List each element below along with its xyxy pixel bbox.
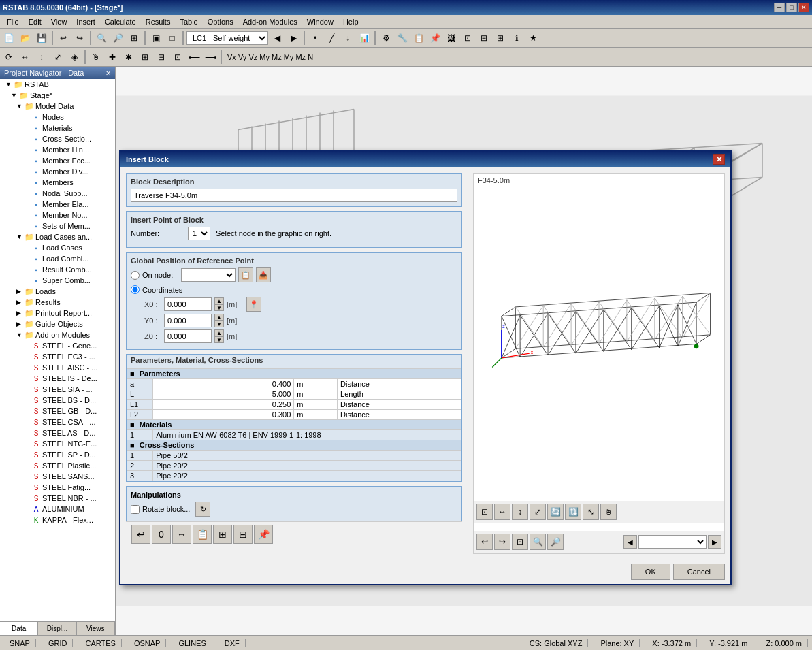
menu-file[interactable]: File xyxy=(3,17,23,27)
tree-setsmembers[interactable]: ▪ Sets of Mem... xyxy=(0,221,115,231)
preview-btn-2[interactable]: ↔ xyxy=(494,504,510,520)
tb-zoom-out[interactable]: 🔎 xyxy=(110,31,125,46)
tree-membernonlin[interactable]: ▪ Member No... xyxy=(0,210,115,221)
param-L1-value[interactable] xyxy=(153,400,294,410)
tree-steel-sans[interactable]: S STEEL SANS... xyxy=(0,471,115,482)
tree-members[interactable]: ▪ Members xyxy=(0,177,115,188)
tree-steel-ntc[interactable]: S STEEL NTC-E... xyxy=(0,438,115,449)
iconbar-btn5[interactable]: ⊞ xyxy=(213,525,232,544)
on-node-btn2[interactable]: 📥 xyxy=(256,267,271,282)
menu-options[interactable]: Options xyxy=(204,17,238,27)
nav-close-btn[interactable]: ✕ xyxy=(105,69,111,77)
y0-spinner[interactable]: ▲ ▼ xyxy=(214,314,224,327)
on-node-radio[interactable] xyxy=(131,271,140,280)
tb2-13[interactable]: ⟶ xyxy=(203,50,218,65)
menu-view[interactable]: View xyxy=(47,17,71,27)
preview-btn-8[interactable]: 🖱 xyxy=(600,504,617,520)
tb-extra4[interactable]: 📌 xyxy=(427,31,442,46)
tree-resultcombinations[interactable]: ▪ Result Comb... xyxy=(0,264,115,275)
expand-loads[interactable]: ▶ xyxy=(16,288,23,295)
tree-memberelastic[interactable]: ▪ Member Ela... xyxy=(0,199,115,210)
tree-memberhinges[interactable]: ▪ Member Hin... xyxy=(0,144,115,155)
tb2-9[interactable]: ⊞ xyxy=(137,50,152,65)
tb-wire[interactable]: □ xyxy=(165,31,180,46)
number-select[interactable]: 1 xyxy=(188,227,210,240)
tb-extra6[interactable]: ⊡ xyxy=(460,31,475,46)
param-L-value[interactable] xyxy=(153,389,294,400)
param-L2-input[interactable] xyxy=(257,410,291,419)
tree-steel-aisc[interactable]: S STEEL AISC - ... xyxy=(0,362,115,373)
on-node-btn1[interactable]: 📋 xyxy=(238,267,253,282)
tb2-5[interactable]: ◈ xyxy=(67,50,82,65)
param-L2-value[interactable] xyxy=(153,410,294,420)
preview-nav-select[interactable] xyxy=(638,535,707,549)
menu-table[interactable]: Table xyxy=(176,17,201,27)
status-snap[interactable]: SNAP xyxy=(4,639,36,647)
tb-new[interactable]: 📄 xyxy=(1,31,16,46)
window-controls[interactable]: ─ □ ✕ xyxy=(774,3,809,12)
cancel-button[interactable]: Cancel xyxy=(673,564,725,580)
y0-input[interactable] xyxy=(164,314,212,327)
status-osnap[interactable]: OSNAP xyxy=(129,639,167,647)
tb-zoom-in[interactable]: 🔍 xyxy=(94,31,109,46)
tb-fit[interactable]: ⊞ xyxy=(127,31,142,46)
params-collapse-icon[interactable]: ■ xyxy=(130,370,135,378)
menu-edit[interactable]: Edit xyxy=(25,17,46,27)
dialog-close-btn[interactable]: ✕ xyxy=(713,154,725,165)
tb-results2[interactable]: 📊 xyxy=(357,31,372,46)
tb-extra7[interactable]: ⊟ xyxy=(476,31,491,46)
tree-memberecc[interactable]: ▪ Member Ecc... xyxy=(0,155,115,166)
maximize-btn[interactable]: □ xyxy=(786,3,797,12)
iconbar-btn6[interactable]: ⊟ xyxy=(233,525,253,544)
preview-nav-btn-3[interactable]: ⊡ xyxy=(512,534,528,550)
tb-extra10[interactable]: ★ xyxy=(525,31,540,46)
tree-nodes[interactable]: ▪ Nodes xyxy=(0,112,115,123)
tree-steel-gb[interactable]: S STEEL GB - D... xyxy=(0,406,115,417)
status-glines[interactable]: GLINES xyxy=(173,639,212,647)
tb2-7[interactable]: ✚ xyxy=(105,50,120,65)
tb2-6[interactable]: 🖱 xyxy=(88,50,103,65)
param-a-input[interactable] xyxy=(257,380,291,388)
tree-modeldata[interactable]: ▼ 📁 Model Data xyxy=(0,101,115,112)
preview-btn-7[interactable]: ⤡ xyxy=(583,504,599,520)
menu-results[interactable]: Results xyxy=(142,17,175,27)
preview-nav-next[interactable]: ▶ xyxy=(708,535,721,549)
expand-modeldata[interactable]: ▼ xyxy=(16,103,23,110)
tree-memberdiv[interactable]: ▪ Member Div... xyxy=(0,166,115,177)
expand-loadcases-group[interactable]: ▼ xyxy=(16,233,23,240)
preview-nav-prev[interactable]: ◀ xyxy=(623,535,637,549)
z0-input[interactable] xyxy=(164,329,212,343)
manip-btn[interactable]: ↻ xyxy=(195,502,210,517)
tb2-2[interactable]: ↔ xyxy=(18,50,33,65)
tree-kappa[interactable]: K KAPPA - Flex... xyxy=(0,515,115,525)
tb2-10[interactable]: ⊟ xyxy=(154,50,169,65)
tb-extra3[interactable]: 📋 xyxy=(411,31,426,46)
iconbar-btn3[interactable]: ↔ xyxy=(172,525,191,544)
block-desc-input[interactable] xyxy=(131,189,457,202)
nav-tab-data[interactable]: Data xyxy=(0,622,38,635)
x0-spinner[interactable]: ▲ ▼ xyxy=(214,297,224,311)
expand-addonmodules[interactable]: ▼ xyxy=(16,331,23,338)
on-node-select[interactable] xyxy=(181,268,236,282)
insert-block-dialog[interactable]: Insert Block ✕ Block Description Insert … xyxy=(119,150,732,585)
expand-results[interactable]: ▶ xyxy=(16,299,23,306)
tb-next[interactable]: ▶ xyxy=(286,31,301,46)
tree-addonmodules[interactable]: ▼ 📁 Add-on Modules xyxy=(0,329,115,340)
tree-guideobjects[interactable]: ▶ 📁 Guide Objects xyxy=(0,319,115,329)
tree-steel-gen[interactable]: S STEEL - Gene... xyxy=(0,340,115,351)
iconbar-btn1[interactable]: ↩ xyxy=(131,525,150,544)
expand-stage[interactable]: ▼ xyxy=(11,92,18,99)
tb2-1[interactable]: ⟳ xyxy=(1,50,16,65)
tree-loadcases-group[interactable]: ▼ 📁 Load Cases an... xyxy=(0,231,115,242)
tb-open[interactable]: 📂 xyxy=(18,31,33,46)
tb-extra8[interactable]: ⊞ xyxy=(493,31,508,46)
tree-crosssections[interactable]: ▪ Cross-Sectio... xyxy=(0,133,115,144)
param-L-input[interactable] xyxy=(257,390,291,398)
nav-tab-views[interactable]: Views xyxy=(77,622,115,635)
tree-steel-csa[interactable]: S STEEL CSA - ... xyxy=(0,417,115,427)
expand-guideobjects[interactable]: ▶ xyxy=(16,321,23,327)
z0-up-btn[interactable]: ▲ xyxy=(214,329,224,336)
preview-btn-1[interactable]: ⊡ xyxy=(476,504,493,520)
close-btn[interactable]: ✕ xyxy=(798,3,809,12)
menu-window[interactable]: Window xyxy=(303,17,338,27)
